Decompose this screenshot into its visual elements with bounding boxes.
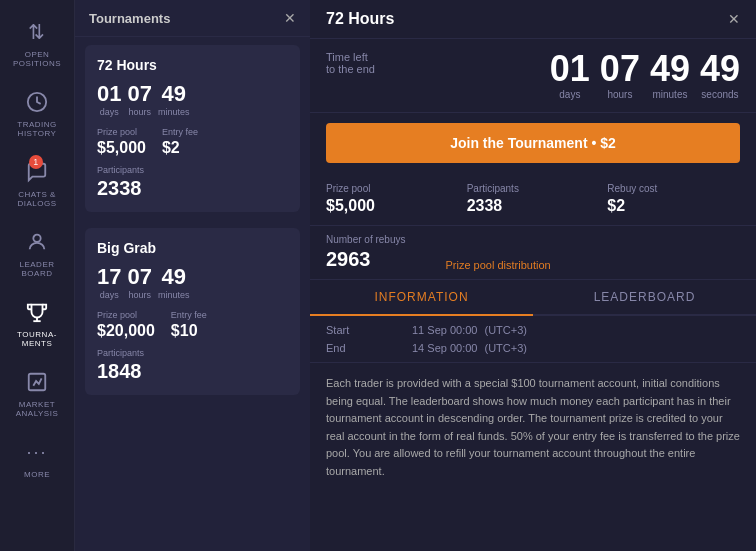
card-days-biggrab: 17 days <box>97 266 121 300</box>
clock-icon <box>23 88 51 116</box>
number-of-rebuys: Number of rebuys 2963 <box>326 234 405 271</box>
rebuys-section: Number of rebuys 2963 Prize pool distrib… <box>310 226 756 280</box>
timer-label: Time left to the end <box>326 51 375 75</box>
entry-fee-biggrab: Entry fee $10 <box>171 310 207 340</box>
panel-title: Tournaments <box>89 11 170 26</box>
start-label: Start <box>326 324 406 336</box>
sidebar-item-trading-history[interactable]: TRADINGHISTORY <box>0 78 74 148</box>
detail-rebuy-cost: Rebuy cost $2 <box>607 183 740 215</box>
timer-minutes: 49 minutes <box>650 51 690 100</box>
leaderboard-icon <box>23 228 51 256</box>
panel-close-button[interactable]: ✕ <box>284 10 296 26</box>
sidebar-item-label-open-positions: OPEN POSITIONS <box>4 50 70 68</box>
detail-panel: 72 Hours ✕ Time left to the end 01 days … <box>310 0 756 551</box>
card-time-row-biggrab: 17 days 07 hours 49 minutes <box>97 266 288 300</box>
sidebar-item-open-positions[interactable]: ⇅ OPEN POSITIONS <box>0 8 74 78</box>
sidebar: ⇅ OPEN POSITIONS TRADINGHISTORY 1 CHATS … <box>0 0 75 551</box>
sidebar-item-chats-dialogs[interactable]: 1 CHATS &DIALOGS <box>0 148 74 218</box>
start-value: 11 Sep 00:00 (UTC+3) <box>412 324 740 336</box>
tournament-description: Each trader is provided with a special $… <box>310 363 756 551</box>
end-value: 14 Sep 00:00 (UTC+3) <box>412 342 740 354</box>
card-minutes-biggrab: 49 minutes <box>158 266 190 300</box>
tournament-card-72hours[interactable]: 72 Hours 01 days 07 hours 49 minutes Pri… <box>85 45 300 212</box>
sidebar-item-more[interactable]: ··· MORE <box>0 428 74 489</box>
panel-header: Tournaments ✕ <box>75 0 310 37</box>
timer-section: Time left to the end 01 days 07 hours 49… <box>310 39 756 113</box>
tab-leaderboard[interactable]: LEADERBOARD <box>533 280 756 314</box>
sidebar-item-tournaments[interactable]: TOURNA-MENTS <box>0 288 74 358</box>
card-time-row-72hours: 01 days 07 hours 49 minutes <box>97 83 288 117</box>
card-hours-biggrab: 07 hours <box>127 266 151 300</box>
participants-72hours: Participants 2338 <box>97 165 288 200</box>
open-positions-icon: ⇅ <box>23 18 51 46</box>
sidebar-item-label-chats: CHATS &DIALOGS <box>17 190 56 208</box>
sidebar-item-market-analysis[interactable]: MARKETANALYSIS <box>0 358 74 428</box>
market-analysis-icon <box>23 368 51 396</box>
info-grid: Prize pool $5,000 Participants 2338 Rebu… <box>310 173 756 226</box>
card-details-biggrab: Prize pool $20,000 Entry fee $10 <box>97 310 288 340</box>
start-end-section: Start 11 Sep 00:00 (UTC+3) End 14 Sep 00… <box>310 316 756 363</box>
svg-point-1 <box>33 235 40 242</box>
detail-prize-pool: Prize pool $5,000 <box>326 183 459 215</box>
sidebar-item-label-more: MORE <box>24 470 50 479</box>
chat-badge: 1 <box>29 155 43 169</box>
chat-icon-wrapper: 1 <box>23 158 51 190</box>
card-details-72hours: Prize pool $5,000 Entry fee $2 <box>97 127 288 157</box>
sidebar-item-label-trading-history: TRADINGHISTORY <box>17 120 57 138</box>
tournament-list-panel: Tournaments ✕ 72 Hours 01 days 07 hours … <box>75 0 310 551</box>
tab-information[interactable]: INFORMATION <box>310 280 533 316</box>
sidebar-item-leaderboard[interactable]: LEADERBOARD <box>0 218 74 288</box>
detail-participants: Participants 2338 <box>467 183 600 215</box>
prize-pool-biggrab: Prize pool $20,000 <box>97 310 155 340</box>
prize-pool-distribution-link[interactable]: Prize pool distribution <box>445 234 550 271</box>
card-hours-72hours: 07 hours <box>127 83 151 117</box>
join-tournament-button[interactable]: Join the Tournament • $2 <box>326 123 740 163</box>
detail-header: 72 Hours ✕ <box>310 0 756 39</box>
detail-title: 72 Hours <box>326 10 394 28</box>
sidebar-item-label-leaderboard: LEADERBOARD <box>19 260 54 278</box>
sidebar-item-label-market-analysis: MARKETANALYSIS <box>16 400 59 418</box>
detail-close-button[interactable]: ✕ <box>728 11 740 27</box>
timer-display: 01 days 07 hours 49 minutes 49 seconds <box>550 51 740 100</box>
more-icon: ··· <box>23 438 51 466</box>
tabs-row: INFORMATION LEADERBOARD <box>310 280 756 316</box>
end-label: End <box>326 342 406 354</box>
timer-days: 01 days <box>550 51 590 100</box>
participants-biggrab: Participants 1848 <box>97 348 288 383</box>
trophy-icon <box>23 298 51 326</box>
timer-hours: 07 hours <box>600 51 640 100</box>
sidebar-item-label-tournaments: TOURNA-MENTS <box>17 330 57 348</box>
timer-seconds: 49 seconds <box>700 51 740 100</box>
card-days-72hours: 01 days <box>97 83 121 117</box>
entry-fee-72hours: Entry fee $2 <box>162 127 198 157</box>
tournament-card-biggrab[interactable]: Big Grab 17 days 07 hours 49 minutes Pri… <box>85 228 300 395</box>
card-title-72hours: 72 Hours <box>97 57 288 73</box>
card-title-biggrab: Big Grab <box>97 240 288 256</box>
card-minutes-72hours: 49 minutes <box>158 83 190 117</box>
prize-pool-72hours: Prize pool $5,000 <box>97 127 146 157</box>
